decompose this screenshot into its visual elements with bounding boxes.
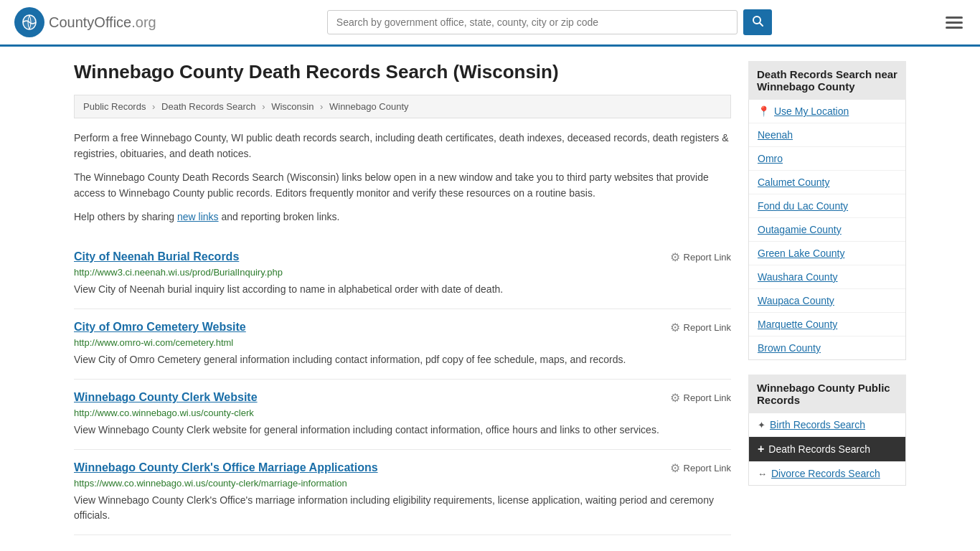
record-card: City of Omro Cemetery Website ⚙ Report L… bbox=[74, 309, 731, 380]
public-records-header: Winnebago County Public Records bbox=[748, 375, 906, 413]
nearby-link-text-7[interactable]: Waupaca County bbox=[758, 295, 834, 306]
nearby-links: NeenahOmroCalumet CountyFond du Lac Coun… bbox=[749, 123, 905, 359]
nearby-link-text-4[interactable]: Outagamie County bbox=[758, 224, 842, 235]
public-records-list: ✦ Birth Records Search + Death Records S… bbox=[748, 413, 906, 486]
record-url-1[interactable]: http://www.omro-wi.com/cemetery.html bbox=[74, 337, 731, 348]
breadcrumb-sep-2: › bbox=[262, 101, 265, 112]
report-link-btn-0[interactable]: ⚙ Report Link bbox=[670, 250, 731, 264]
report-link-label-2: Report Link bbox=[684, 392, 731, 403]
sidebar-location[interactable]: 📍 Use My Location bbox=[749, 100, 905, 123]
nearby-link-text-6[interactable]: Waushara County bbox=[758, 271, 838, 283]
record-url-2[interactable]: http://www.co.winnebago.wi.us/county-cle… bbox=[74, 408, 731, 418]
breadcrumb-sep-1: › bbox=[152, 101, 155, 112]
active-plus-icon: + bbox=[758, 443, 764, 456]
nearby-link-1[interactable]: Omro bbox=[749, 147, 905, 171]
record-title-3[interactable]: Winnebago County Clerk's Office Marriage… bbox=[74, 461, 378, 474]
report-icon-0: ⚙ bbox=[670, 250, 680, 264]
nearby-list: 📍 Use My Location NeenahOmroCalumet Coun… bbox=[748, 100, 906, 360]
record-title-1[interactable]: City of Omro Cemetery Website bbox=[74, 321, 246, 334]
report-link-btn-2[interactable]: ⚙ Report Link bbox=[670, 391, 731, 405]
record-title-2[interactable]: Winnebago County Clerk Website bbox=[74, 391, 258, 404]
breadcrumb-wisconsin[interactable]: Wisconsin bbox=[271, 101, 314, 112]
birth-icon: ✦ bbox=[758, 420, 765, 430]
nearby-link-9[interactable]: Brown County bbox=[749, 336, 905, 359]
main-content: Winnebago County Death Records Search (W… bbox=[74, 61, 731, 535]
breadcrumb-current: Winnebago County bbox=[329, 101, 409, 112]
pub-records-item-1[interactable]: + Death Records Search bbox=[749, 437, 905, 462]
report-link-label-1: Report Link bbox=[684, 322, 731, 333]
report-link-btn-1[interactable]: ⚙ Report Link bbox=[670, 321, 731, 334]
pub-records-label-1: Death Records Search bbox=[768, 443, 870, 455]
pub-records-label-2[interactable]: Divorce Records Search bbox=[771, 468, 880, 479]
nearby-link-6[interactable]: Waushara County bbox=[749, 265, 905, 289]
nearby-link-8[interactable]: Marquette County bbox=[749, 313, 905, 336]
nearby-header: Death Records Search near Winnebago Coun… bbox=[748, 61, 906, 100]
record-card: Winnebago County Clerk Website ⚙ Report … bbox=[74, 380, 731, 450]
report-icon-1: ⚙ bbox=[670, 321, 680, 334]
desc-para-2: The Winnebago County Death Records Searc… bbox=[74, 169, 731, 202]
search-input[interactable] bbox=[327, 10, 738, 34]
public-records-items: ✦ Birth Records Search + Death Records S… bbox=[749, 413, 905, 485]
record-card-header: City of Neenah Burial Records ⚙ Report L… bbox=[74, 250, 731, 264]
nearby-link-7[interactable]: Waupaca County bbox=[749, 289, 905, 313]
record-card-header: Winnebago County Clerk's Office Marriage… bbox=[74, 461, 731, 475]
breadcrumb-public-records[interactable]: Public Records bbox=[83, 101, 146, 112]
record-desc-2: View Winnebago County Clerk website for … bbox=[74, 423, 731, 438]
page-title: Winnebago County Death Records Search (W… bbox=[74, 61, 731, 83]
pub-records-item-2[interactable]: ↔ Divorce Records Search bbox=[749, 462, 905, 485]
report-link-label-3: Report Link bbox=[684, 463, 731, 474]
report-link-btn-3[interactable]: ⚙ Report Link bbox=[670, 461, 731, 475]
nearby-link-text-9[interactable]: Brown County bbox=[758, 342, 821, 354]
pub-records-item-0[interactable]: ✦ Birth Records Search bbox=[749, 413, 905, 437]
logo-icon bbox=[14, 7, 44, 37]
nearby-link-text-5[interactable]: Green Lake County bbox=[758, 248, 844, 259]
menu-line-3 bbox=[946, 27, 963, 29]
record-desc-3: View Winnebago County Clerk's Office's m… bbox=[74, 493, 731, 523]
record-desc-1: View City of Omro Cemetery general infor… bbox=[74, 352, 731, 367]
nearby-link-0[interactable]: Neenah bbox=[749, 123, 905, 147]
record-cards: City of Neenah Burial Records ⚙ Report L… bbox=[74, 239, 731, 535]
nearby-section: Death Records Search near Winnebago Coun… bbox=[748, 61, 906, 360]
nearby-link-text-3[interactable]: Fond du Lac County bbox=[758, 200, 848, 212]
nearby-link-3[interactable]: Fond du Lac County bbox=[749, 194, 905, 218]
menu-line-2 bbox=[946, 22, 963, 24]
record-card: Winnebago County Clerk's Office Marriage… bbox=[74, 450, 731, 535]
search-button[interactable] bbox=[743, 9, 772, 35]
nearby-link-text-8[interactable]: Marquette County bbox=[758, 319, 837, 330]
new-links-link[interactable]: new links bbox=[177, 211, 219, 222]
record-card-header: Winnebago County Clerk Website ⚙ Report … bbox=[74, 391, 731, 405]
breadcrumb-death-records-search[interactable]: Death Records Search bbox=[161, 101, 256, 112]
svg-line-3 bbox=[760, 23, 763, 26]
logo-text: CountyOffice.org bbox=[49, 14, 156, 31]
nearby-link-text-2[interactable]: Calumet County bbox=[758, 176, 829, 188]
breadcrumb-sep-3: › bbox=[320, 101, 323, 112]
nearby-link-5[interactable]: Green Lake County bbox=[749, 242, 905, 265]
logo-area[interactable]: CountyOffice.org bbox=[14, 7, 156, 37]
nearby-link-text-1[interactable]: Omro bbox=[758, 153, 783, 164]
report-icon-3: ⚙ bbox=[670, 461, 680, 475]
menu-line-1 bbox=[946, 17, 963, 19]
record-title-0[interactable]: City of Neenah Burial Records bbox=[74, 250, 239, 263]
records-icon-2: ↔ bbox=[758, 468, 767, 479]
menu-button[interactable] bbox=[943, 14, 966, 32]
record-desc-0: View City of Neenah burial inquiry list … bbox=[74, 282, 731, 297]
site-header: CountyOffice.org bbox=[0, 0, 980, 47]
location-icon: 📍 bbox=[758, 105, 770, 117]
report-icon-2: ⚙ bbox=[670, 391, 680, 405]
record-url-3[interactable]: https://www.co.winnebago.wi.us/county-cl… bbox=[74, 478, 731, 489]
record-card: City of Neenah Burial Records ⚙ Report L… bbox=[74, 239, 731, 309]
use-my-location-link[interactable]: Use My Location bbox=[774, 105, 849, 117]
nearby-link-text-0[interactable]: Neenah bbox=[758, 129, 793, 141]
report-link-label-0: Report Link bbox=[684, 252, 731, 263]
nearby-link-2[interactable]: Calumet County bbox=[749, 171, 905, 194]
nearby-link-4[interactable]: Outagamie County bbox=[749, 218, 905, 242]
public-records-section: Winnebago County Public Records ✦ Birth … bbox=[748, 375, 906, 486]
sidebar: Death Records Search near Winnebago Coun… bbox=[748, 61, 906, 535]
pub-records-label-0[interactable]: Birth Records Search bbox=[770, 419, 865, 430]
record-card-header: City of Omro Cemetery Website ⚙ Report L… bbox=[74, 321, 731, 334]
breadcrumb: Public Records › Death Records Search › … bbox=[74, 95, 731, 118]
desc-para-3: Help others by sharing new links and rep… bbox=[74, 209, 731, 225]
search-area bbox=[327, 9, 772, 35]
main-container: Winnebago County Death Records Search (W… bbox=[60, 47, 920, 550]
record-url-0[interactable]: http://www3.ci.neenah.wi.us/prod/BurialI… bbox=[74, 267, 731, 278]
